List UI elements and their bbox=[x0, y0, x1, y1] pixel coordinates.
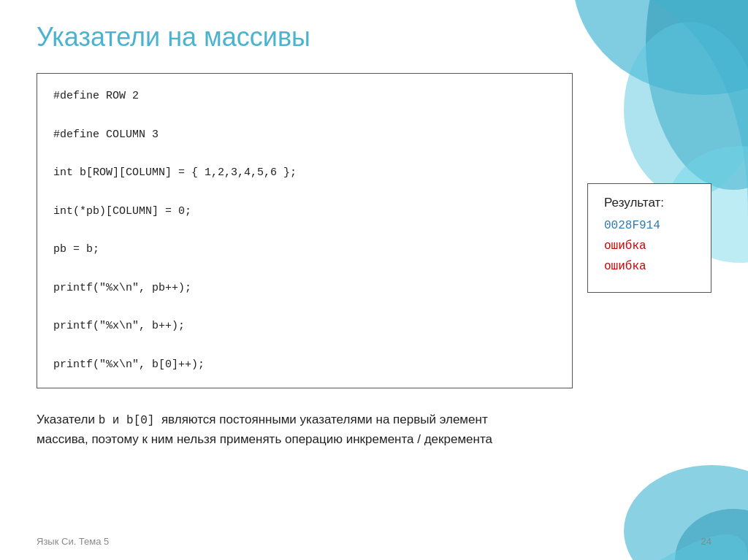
page-title: Указатели на массивы bbox=[37, 22, 711, 53]
code-text: #define ROW 2 #define COLUMN 3 int b[ROW… bbox=[53, 87, 556, 375]
result-line3: ошибка bbox=[604, 260, 695, 273]
result-line1: 0028F914 bbox=[604, 219, 695, 232]
description-text: Указатели b и b[0] являются постоянными … bbox=[37, 410, 511, 449]
footer: Язык Си. Тема 5 24 bbox=[37, 536, 711, 547]
desc-code-part: b и b[0] bbox=[99, 414, 155, 427]
desc-text-before: Указатели bbox=[37, 413, 99, 426]
result-block: Результат: 0028F914 ошибка ошибка bbox=[587, 183, 711, 293]
code-block: #define ROW 2 #define COLUMN 3 int b[ROW… bbox=[37, 73, 573, 388]
main-area: #define ROW 2 #define COLUMN 3 int b[ROW… bbox=[37, 73, 711, 388]
result-line2: ошибка bbox=[604, 239, 695, 253]
result-label: Результат: bbox=[604, 196, 695, 210]
footer-right: 24 bbox=[701, 536, 711, 547]
footer-left: Язык Си. Тема 5 bbox=[37, 536, 109, 547]
